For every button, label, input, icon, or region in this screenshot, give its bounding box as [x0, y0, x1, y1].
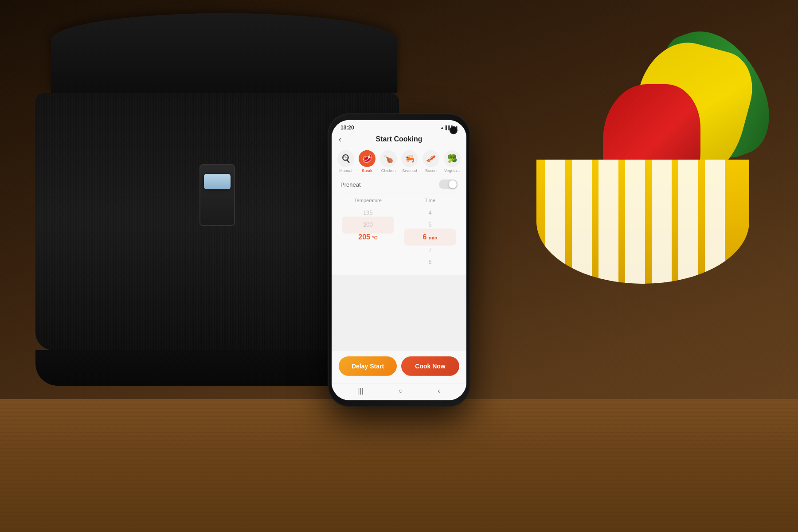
temperature-scroll[interactable]: 195 200 205 °C [339, 207, 397, 244]
tab-bacon[interactable]: 🥓 Bacon [421, 150, 441, 173]
time-header: Time [425, 198, 435, 203]
tab-vegetables[interactable]: 🥦 Vegeta... [442, 150, 462, 173]
handle-button [204, 174, 231, 189]
temp-200: 200 [339, 219, 397, 231]
tab-seafood[interactable]: 🦐 Seafood [400, 150, 419, 173]
bowl-stripes [536, 160, 749, 284]
preheat-row: Preheat [332, 175, 466, 194]
nav-home-icon[interactable]: ○ [399, 387, 403, 395]
steak-icon: 🥩 [359, 150, 376, 167]
nav-menu-icon[interactable]: ||| [358, 387, 363, 395]
steak-label: Steak [362, 168, 372, 173]
vegetables-icon: 🥦 [444, 150, 461, 167]
delay-start-button[interactable]: Delay Start [339, 356, 397, 376]
bottom-buttons: Delay Start Cook Now [332, 351, 466, 383]
bacon-icon: 🥓 [422, 150, 439, 167]
nav-bar: ||| ○ ‹ [332, 383, 466, 400]
temperature-picker: Temperature 195 200 205 °C [339, 198, 397, 268]
vegetables-label: Vegeta... [444, 168, 460, 173]
table-surface [0, 399, 798, 532]
time-7: 7 [401, 244, 459, 256]
picker-area: Temperature 195 200 205 °C [332, 194, 466, 275]
nav-back-icon[interactable]: ‹ [438, 387, 440, 395]
tab-manual[interactable]: 🍳 Manual [336, 150, 356, 173]
time-picker: Time 4 5 6 min 7 8 [401, 198, 459, 268]
seafood-label: Seafood [402, 168, 417, 173]
phone-screen: 13:20 ▲ ▌▌▌ ▮ ‹ Start Cooking 🍳 [332, 120, 466, 400]
app-header: ‹ Start Cooking [332, 133, 466, 147]
manual-icon: 🍳 [337, 150, 354, 167]
seafood-icon: 🦐 [401, 150, 418, 167]
manual-label: Manual [339, 168, 352, 173]
bowl [536, 160, 749, 284]
toggle-knob [449, 180, 457, 188]
phone-outer: 13:20 ▲ ▌▌▌ ▮ ‹ Start Cooking 🍳 [328, 114, 470, 407]
temp-195: 195 [339, 207, 397, 219]
time-6: 6 min [401, 231, 459, 244]
time-scroll[interactable]: 4 5 6 min 7 8 [401, 207, 459, 268]
preheat-toggle[interactable] [439, 180, 458, 189]
status-time: 13:20 [340, 125, 354, 131]
bacon-label: Bacon [425, 168, 437, 173]
time-5: 5 [401, 219, 459, 231]
app-content: 13:20 ▲ ▌▌▌ ▮ ‹ Start Cooking 🍳 [332, 120, 466, 400]
category-tabs: 🍳 Manual 🥩 Steak 🍗 Chicken 🦐 Seafood [332, 147, 466, 175]
cook-now-button[interactable]: Cook Now [401, 356, 459, 376]
tab-steak[interactable]: 🥩 Steak [357, 150, 377, 173]
time-8: 8 [401, 256, 459, 268]
fryer-handle-area [191, 164, 244, 253]
tab-chicken[interactable]: 🍗 Chicken [379, 150, 398, 173]
wifi-icon: ▲ [440, 125, 444, 130]
content-spacer [332, 275, 466, 351]
bowl-area [514, 18, 771, 284]
fryer-top [51, 13, 397, 93]
page-title: Start Cooking [376, 135, 422, 143]
chicken-icon: 🍗 [380, 150, 397, 167]
chicken-label: Chicken [381, 168, 396, 173]
fryer-handle [200, 164, 235, 226]
camera [450, 126, 458, 134]
phone: 13:20 ▲ ▌▌▌ ▮ ‹ Start Cooking 🍳 [328, 114, 470, 407]
status-bar: 13:20 ▲ ▌▌▌ ▮ [332, 120, 466, 133]
temp-205: 205 °C [339, 231, 397, 244]
back-button[interactable]: ‹ [339, 134, 341, 144]
preheat-label: Preheat [340, 181, 361, 188]
temperature-header: Temperature [354, 198, 382, 203]
time-4: 4 [401, 207, 459, 219]
